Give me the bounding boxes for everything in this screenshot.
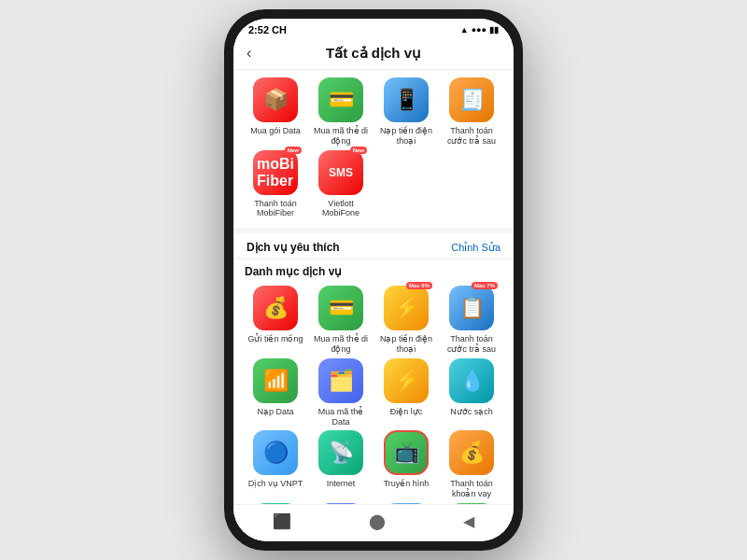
service-icon-ttc: 🧾	[449, 77, 494, 122]
badge-max8: Max 8%	[406, 282, 432, 289]
cat-label-nap-tien: Nạp tiền điện thoại	[378, 334, 434, 355]
cat-icon-vnpt: 🔵	[253, 430, 298, 475]
badge-new-mobifiber: New	[285, 147, 302, 154]
battery-icon: ▮▮	[489, 25, 499, 35]
cat-gui-tien[interactable]: 💰 Gửi tiền mống	[245, 286, 306, 355]
cat-label-nuoc-sach: Nước sạch	[450, 407, 493, 417]
cat-nuoc-sach[interactable]: 💧 Nước sạch	[441, 358, 502, 427]
cat-icon-nap-data: 📶	[253, 358, 298, 403]
phone-screen: 2:52 CH ▲ ●●● ▮▮ ‹ Tất cả dịch vụ 📦	[233, 19, 514, 541]
status-icons: ▲ ●●● ▮▮	[460, 25, 499, 35]
cat-icon-phi-dv: 🏢	[384, 503, 429, 504]
service-label-ttc: Thanh toán cước trả sau	[444, 126, 500, 147]
service-icon-mobifiber: moBiFiber New	[253, 150, 298, 195]
cat-label-mmt-data: Mua mã thẻ Data	[313, 407, 369, 427]
phone-frame: 2:52 CH ▲ ●●● ▮▮ ‹ Tất cả dịch vụ 📦	[224, 9, 523, 551]
cat-vay[interactable]: 💰 Thanh toán khoản vay	[441, 430, 502, 499]
badge-max7: Max 7%	[472, 282, 498, 289]
badge-new-vietlott: New	[350, 147, 367, 154]
back-nav-icon: ◀	[463, 512, 474, 530]
chinh-sua-button[interactable]: Chỉnh Sửa	[451, 242, 500, 254]
bottom-nav: ⬛ ⬤ ◀	[233, 504, 514, 541]
service-vietlott[interactable]: SMS New Vietlott MobiFone	[310, 150, 372, 219]
cat-vnpt[interactable]: 🔵 Dịch vụ VNPT	[245, 430, 306, 499]
fav-title: Dịch vụ yêu thích	[247, 241, 340, 254]
cat-mua-ma-the[interactable]: 💳 Mua mã thẻ di động	[310, 286, 372, 355]
category-section: Danh mục dịch vụ 💰 Gửi tiền mống 💳 Mua m	[233, 259, 514, 504]
cat-label-truyen-hinh: Truyền hình	[384, 479, 430, 489]
wifi-icon: ▲	[460, 25, 469, 35]
cat-label-internet: Internet	[327, 479, 356, 489]
service-nap-tien[interactable]: 📱 Nạp tiền điện thoại	[375, 77, 437, 147]
cat-label-gui-tien: Gửi tiền mống	[247, 334, 303, 344]
category-title: Danh mục dịch vụ	[245, 265, 502, 278]
cat-icon-mmt: 💳	[318, 286, 363, 330]
cat-label-nap-data: Nạp Data	[257, 407, 293, 417]
service-icon-mmt: 💳	[318, 77, 363, 122]
cat-icon-vetc: VETC	[253, 503, 298, 504]
home-icon: ⬤	[369, 512, 386, 530]
cat-truyen-hinh[interactable]: 📺 Truyền hình	[375, 430, 437, 499]
cat-icon-ttc: 📋 Max 7%	[449, 286, 494, 330]
service-label-data: Mua gói Data	[250, 126, 301, 136]
fav-section-header: Dịch vụ yêu thích Chỉnh Sửa	[233, 233, 514, 258]
cat-thanh-toan-cuoc[interactable]: 📋 Max 7% Thanh toán cước trả sau	[441, 286, 502, 355]
service-mobifiber[interactable]: moBiFiber New Thanh toán MobiFiber	[245, 150, 306, 219]
cat-label-ttc: Thanh toán cước trả sau	[444, 334, 500, 355]
cat-nap-data[interactable]: 📶 Nạp Data	[245, 358, 306, 427]
cat-label-mmt: Mua mã thẻ di động	[313, 334, 369, 355]
nav-square[interactable]: ⬛	[273, 512, 291, 530]
cat-mua-ma-the-data[interactable]: 🗂️ Mua mã thẻ Data	[310, 358, 372, 427]
service-icon-data: 📦	[253, 77, 298, 122]
service-label-mobifiber: Thanh toán MobiFiber	[247, 199, 303, 219]
signal-icon: ●●●	[472, 25, 486, 35]
service-mua-ma-the[interactable]: 💳 Mua mã thẻ di động	[310, 77, 372, 147]
cat-label-dien-luc: Điện lực	[390, 407, 423, 417]
service-label-nap: Nạp tiền điện thoại	[378, 126, 434, 147]
cat-icon-vay: 💰	[449, 430, 494, 475]
nav-home[interactable]: ⬤	[369, 512, 386, 530]
service-icon-vietlott: SMS New	[318, 150, 363, 195]
cat-icon-mmt-data: 🗂️	[318, 358, 363, 403]
page-title: Tất cả dịch vụ	[326, 45, 421, 62]
top-services-grid: 📦 Mua gói Data 💳 Mua mã thẻ di động 📱	[245, 77, 502, 218]
square-icon: ⬛	[273, 512, 291, 530]
service-icon-nap: 📱	[384, 77, 429, 122]
service-mua-goi-data[interactable]: 📦 Mua gói Data	[245, 77, 306, 147]
service-label-mmt: Mua mã thẻ di động	[313, 126, 369, 147]
cat-icon-dien-luc: ⚡	[384, 358, 429, 403]
status-time: 2:52 CH	[248, 24, 287, 35]
cat-icon-hoc-phi: 🎓	[318, 503, 363, 504]
cat-icon-nuoc-sach: 💧	[449, 358, 494, 403]
category-grid: 💰 Gửi tiền mống 💳 Mua mã thẻ di động ⚡	[245, 286, 502, 504]
cat-icon-dv-cong: 🏛️	[449, 503, 494, 504]
cat-icon-nap-tien: ⚡ Max 8%	[384, 286, 429, 330]
nav-back-btn[interactable]: ◀	[463, 512, 474, 530]
top-services-section: 📦 Mua gói Data 💳 Mua mã thẻ di động 📱	[233, 70, 514, 228]
nav-bar: ‹ Tất cả dịch vụ	[233, 39, 514, 70]
cat-label-vay: Thanh toán khoản vay	[444, 479, 500, 499]
cat-label-vnpt: Dịch vụ VNPT	[248, 479, 303, 489]
cat-nap-tien[interactable]: ⚡ Max 8% Nạp tiền điện thoại	[375, 286, 437, 355]
cat-dien-luc[interactable]: ⚡ Điện lực	[375, 358, 437, 427]
back-button[interactable]: ‹	[247, 45, 251, 62]
service-thanh-toan-cuoc[interactable]: 🧾 Thanh toán cước trả sau	[441, 77, 502, 147]
service-label-vietlott: Vietlott MobiFone	[313, 199, 369, 219]
cat-icon-internet: 📡	[318, 430, 363, 475]
cat-icon-gui-tien: 💰	[253, 286, 298, 330]
cat-internet[interactable]: 📡 Internet	[310, 430, 372, 499]
status-bar: 2:52 CH ▲ ●●● ▮▮	[233, 19, 514, 39]
cat-icon-truyen-hinh: 📺	[384, 430, 429, 475]
scroll-content: 📦 Mua gói Data 💳 Mua mã thẻ di động 📱	[233, 70, 514, 504]
